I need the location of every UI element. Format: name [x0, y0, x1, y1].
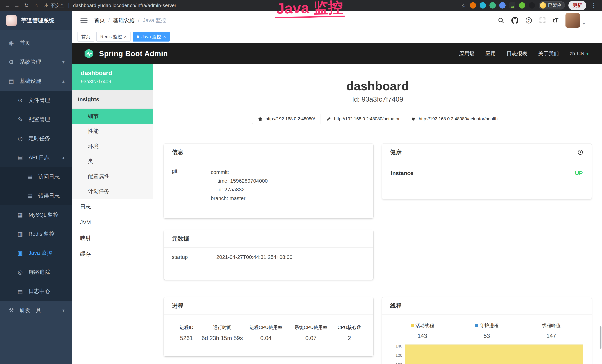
sba-item-performance[interactable]: 性能 — [72, 124, 153, 139]
breadcrumb-infrastructure[interactable]: 基础设施 — [113, 17, 135, 24]
sidebar-item-label: 定时任务 — [29, 135, 50, 142]
chevron-up-icon: ▴ — [62, 79, 64, 84]
process-value: 5261 — [172, 335, 201, 342]
legend-peak-threads: 线程峰值 147 — [519, 322, 583, 339]
address-url[interactable]: dashboard.yudao.iocoder.cn/infra/admin-s… — [73, 3, 176, 8]
sidebar-item-infrastructure[interactable]: ▤ 基础设施 ▴ — [0, 72, 72, 91]
process-col: 运行时间 6d 23h 15m 59s — [201, 324, 243, 342]
sba-item-environment[interactable]: 环境 — [72, 139, 153, 154]
sidebar-item-dev-tools[interactable]: ⚒ 研发工具 ▾ — [0, 301, 72, 320]
proxy-switch-extension-icon[interactable]: on — [509, 2, 516, 9]
leaf-extension-icon[interactable] — [519, 2, 525, 9]
bookmark-star-icon[interactable]: ☆ — [461, 2, 466, 9]
sidebar-item-api-log[interactable]: ▤ API 日志 ▴ — [0, 148, 72, 167]
sba-nav-wallboard[interactable]: 应用墙 — [459, 50, 475, 57]
search-icon[interactable] — [498, 17, 504, 24]
sidebar-item-redis-monitor[interactable]: ▥ Redis 监控 — [0, 224, 72, 244]
sidebar-item-scheduled-jobs[interactable]: ◷ 定时任务 — [0, 129, 72, 148]
refresh-icon[interactable]: ↻ — [22, 1, 31, 10]
process-table: 进程ID 5261 运行时间 6d 23h 15m 59s — [172, 321, 365, 342]
process-header: 系统CPU使用率 — [289, 324, 333, 331]
sba-logo-icon — [83, 48, 94, 59]
browser-home-icon[interactable]: ⌂ — [32, 1, 40, 10]
fullscreen-icon[interactable] — [539, 17, 546, 24]
instance-header[interactable]: dashboard 93a3fc7f7409 — [72, 64, 153, 90]
threads-legend: 活动线程 143 守护进程 — [390, 321, 583, 339]
legend-value: 143 — [390, 333, 455, 339]
cards-grid: 信息 git commit: time: 1596289704000 — [153, 143, 602, 364]
monitor-icon: ▤ — [8, 78, 15, 84]
scrollbar-thumb[interactable] — [600, 326, 602, 349]
sba-nav-journal[interactable]: 日志报表 — [507, 50, 527, 57]
app-logo-row[interactable]: 芋道管理系统 — [0, 11, 72, 30]
breadcrumb-home[interactable]: 首页 — [94, 17, 105, 24]
security-chip[interactable]: ⚠ 不安全 — [44, 2, 64, 9]
plug-extension-icon[interactable] — [529, 2, 535, 9]
metadata-value: 2021-04-27T00:44:31.254+08:00 — [216, 254, 292, 260]
back-icon[interactable]: ← — [3, 1, 11, 10]
help-icon[interactable]: ? — [526, 17, 532, 24]
sba-item-details[interactable]: 细节 — [72, 109, 153, 124]
tab-home[interactable]: 首页 — [77, 32, 94, 42]
sidebar-item-java-monitor[interactable]: ▣ Java 监控 — [0, 244, 72, 263]
sidebar-item-tracing[interactable]: ◎ 链路追踪 — [0, 263, 72, 282]
process-value: 0.04 — [243, 335, 289, 342]
browser-menu-icon[interactable]: ⋮ — [590, 2, 598, 9]
card-title: 信息 — [172, 148, 183, 156]
tab-label: Java 监控 — [141, 34, 161, 40]
app-sidebar: 芋道管理系统 ◉ 首页 ⚙ 系统管理 ▾ ▤ 基础设施 ▴ ⊙ — [0, 11, 72, 364]
close-icon[interactable]: × — [163, 34, 166, 39]
sba-item-config-props[interactable]: 配置属性 — [72, 169, 153, 184]
close-icon[interactable]: × — [124, 34, 127, 39]
sba-nav-applications[interactable]: 应用 — [485, 50, 496, 57]
sidebar-item-error-log[interactable]: ▤ 错误日志 — [0, 186, 72, 205]
sba-item-scheduled-tasks[interactable]: 计划任务 — [72, 184, 153, 199]
locale-select[interactable]: zh-CN ▾ — [570, 51, 589, 57]
app-window: 芋道管理系统 ◉ 首页 ⚙ 系统管理 ▾ ▤ 基础设施 ▴ ⊙ — [0, 11, 602, 364]
drop-extension-icon[interactable] — [480, 2, 486, 9]
sidebar-item-log-center[interactable]: ▤ 日志中心 — [0, 282, 72, 301]
avatar-caret-icon[interactable]: ▾ — [583, 21, 585, 28]
github-icon[interactable] — [511, 17, 518, 24]
hamburger-icon[interactable] — [80, 18, 87, 23]
sidebar-item-mysql-monitor[interactable]: ▦ MySQL 监控 — [0, 205, 72, 224]
chart-plot-area — [405, 344, 583, 364]
warning-icon: ⚠ — [44, 2, 49, 8]
history-icon[interactable] — [577, 149, 583, 155]
cards-right-column: 健康 Instance UP — [382, 143, 592, 364]
tab-java-monitor[interactable]: Java 监控 × — [133, 32, 170, 42]
health-url-button[interactable]: http://192.168.0.2:48080/actuator/health — [405, 114, 503, 124]
user-avatar[interactable] — [566, 13, 580, 28]
log-icon: ▤ — [17, 154, 24, 161]
grid-extension-icon[interactable] — [499, 2, 505, 9]
process-col: 进程ID 5261 — [172, 324, 201, 342]
sidebar-item-home[interactable]: ◉ 首页 — [0, 33, 72, 53]
forward-icon[interactable]: → — [13, 1, 21, 10]
font-size-icon[interactable]: tT — [553, 17, 559, 24]
sba-brand-title[interactable]: Spring Boot Admin — [99, 50, 168, 58]
content-column: 首页 / 基础设施 / Java 监控 ? — [72, 11, 602, 364]
profile-paused-badge[interactable]: 已暂停 — [538, 1, 565, 10]
sidebar-item-access-log[interactable]: ▤ 访问日志 — [0, 167, 72, 186]
instance-name: dashboard — [81, 70, 145, 76]
update-button[interactable]: 更新 — [569, 1, 586, 10]
sidebar-item-system[interactable]: ⚙ 系统管理 ▾ — [0, 53, 72, 72]
vue-devtools-icon[interactable] — [489, 2, 496, 9]
sba-item-classes[interactable]: 类 — [72, 154, 153, 169]
instance-id: 93a3fc7f7409 — [81, 79, 145, 85]
sidebar-item-label: API 日志 — [29, 154, 50, 161]
process-col: CPU核心数 2 — [333, 324, 365, 342]
app-logo — [6, 15, 17, 26]
app-title: 芋道管理系统 — [21, 17, 54, 24]
service-url-button[interactable]: http://192.168.0.2:48080/ — [252, 114, 321, 124]
actuator-url-button[interactable]: http://192.168.0.2:48080/actuator — [321, 114, 406, 124]
smiley-avatar-icon — [540, 2, 546, 9]
sba-nav-about[interactable]: 关于我们 — [538, 50, 559, 57]
sidebar-item-config-management[interactable]: ✎ 配置管理 — [0, 110, 72, 129]
tab-redis-monitor[interactable]: Redis 监控 × — [97, 32, 130, 42]
fox-extension-icon[interactable] — [470, 2, 476, 9]
health-card: 健康 Instance UP — [382, 143, 592, 199]
sidebar-item-file-management[interactable]: ⊙ 文件管理 — [0, 91, 72, 110]
svg-text:?: ? — [528, 19, 530, 22]
info-key: git — [172, 168, 211, 208]
